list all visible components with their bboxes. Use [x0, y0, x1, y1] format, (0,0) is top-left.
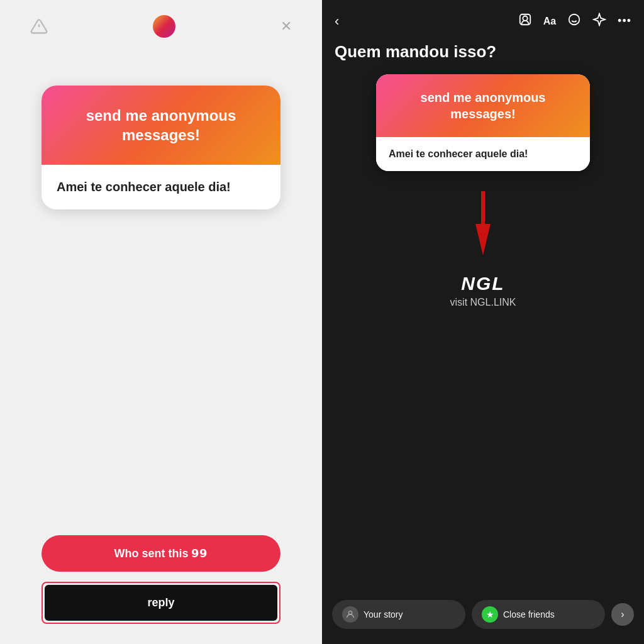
your-story-pill[interactable]: Your story: [332, 600, 465, 629]
close-friends-label: Close friends: [503, 609, 555, 619]
ngl-card-bottom-left: Amei te conhecer aquele dia!: [42, 165, 280, 209]
ngl-card-top-text-left: send me anonymous messages!: [57, 106, 265, 145]
warning-icon: [30, 18, 48, 35]
ngl-card-message-right: Amei te conhecer aquele dia!: [389, 148, 577, 160]
svg-point-4: [569, 14, 580, 25]
close-friends-icon: ★: [482, 606, 498, 623]
back-button[interactable]: ‹: [335, 13, 339, 30]
person-icon[interactable]: [518, 13, 532, 30]
ngl-brand: NGL visit NGL.LINK: [450, 273, 516, 308]
right-content: send me anonymous messages! Amei te conh…: [322, 74, 644, 590]
ngl-card-left: send me anonymous messages! Amei te conh…: [42, 86, 280, 209]
top-bar-icons: Aa •••: [518, 13, 631, 30]
right-top-bar: ‹ Aa: [322, 0, 644, 37]
text-icon[interactable]: Aa: [543, 16, 556, 27]
right-bottom-bar: Your story ★ Close friends ›: [322, 590, 644, 644]
arrow-shaft: [481, 191, 485, 229]
ngl-brand-link: visit NGL.LINK: [450, 297, 516, 308]
arrow-down: [475, 224, 491, 255]
reply-button[interactable]: reply: [45, 585, 277, 621]
reply-button-wrapper: reply: [42, 582, 280, 624]
svg-point-3: [523, 16, 527, 21]
left-top-bar: ✕: [20, 0, 302, 48]
your-story-icon: [342, 606, 358, 623]
close-icon[interactable]: ✕: [280, 18, 292, 35]
ngl-card-top-right: send me anonymous messages!: [376, 74, 590, 137]
your-story-label: Your story: [364, 609, 403, 619]
ngl-brand-name: NGL: [450, 273, 516, 294]
who-sent-button[interactable]: Who sent this 𝟵𝟵: [42, 535, 280, 572]
next-button[interactable]: ›: [611, 603, 634, 626]
ngl-card-right: send me anonymous messages! Amei te conh…: [376, 74, 590, 171]
left-panel: ✕ send me anonymous messages! Amei te co…: [0, 0, 322, 644]
ngl-card-top-text-right: send me anonymous messages!: [389, 89, 577, 122]
svg-point-7: [348, 611, 352, 614]
ngl-card-message-left: Amei te conhecer aquele dia!: [57, 180, 265, 194]
ngl-card-bottom-right: Amei te conhecer aquele dia!: [376, 137, 590, 171]
right-panel: ‹ Aa: [322, 0, 644, 644]
right-title: Quem mandou isso?: [322, 37, 644, 74]
close-friends-pill[interactable]: ★ Close friends: [472, 600, 605, 629]
more-icon[interactable]: •••: [618, 14, 631, 28]
instagram-logo: [153, 15, 175, 38]
sparkle-icon[interactable]: [592, 13, 606, 30]
sticker-icon[interactable]: [567, 13, 581, 30]
ngl-card-top-left: send me anonymous messages!: [42, 86, 280, 165]
